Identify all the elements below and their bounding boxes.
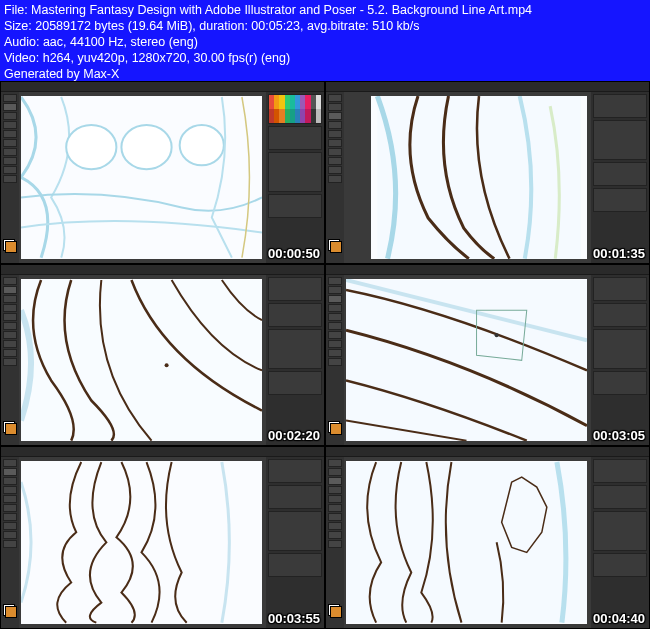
artboard — [346, 279, 587, 442]
menubar — [1, 447, 324, 457]
timestamp: 00:04:40 — [593, 611, 645, 626]
svg-point-0 — [66, 125, 116, 169]
timestamp: 00:00:50 — [268, 246, 320, 261]
menubar — [1, 82, 324, 92]
panels — [591, 457, 649, 628]
thumbnail: 00:03:55 — [0, 446, 325, 629]
fill-stroke-icon — [328, 239, 342, 253]
artboard — [346, 461, 587, 624]
artboard — [21, 461, 262, 624]
app-ui — [1, 82, 324, 263]
panels — [266, 92, 324, 263]
thumbnail: 00:00:50 — [0, 81, 325, 264]
thumbnail: 00:03:05 — [325, 264, 650, 447]
timestamp: 00:02:20 — [268, 428, 320, 443]
app-ui — [326, 82, 649, 263]
timestamp: 00:01:35 — [593, 246, 645, 261]
app-ui — [1, 265, 324, 446]
menubar — [326, 82, 649, 92]
app-ui — [326, 265, 649, 446]
fill-stroke-icon — [328, 421, 342, 435]
tool-panel — [1, 92, 19, 263]
thumbnail: 00:04:40 — [325, 446, 650, 629]
menubar — [326, 265, 649, 275]
tool-panel — [1, 457, 19, 628]
size-line: Size: 20589172 bytes (19.64 MiB), durati… — [4, 18, 646, 34]
tool-panel — [326, 457, 344, 628]
fill-stroke-icon — [3, 604, 17, 618]
tool-panel — [326, 92, 344, 263]
fill-stroke-icon — [3, 421, 17, 435]
artboard — [21, 279, 262, 442]
svg-rect-3 — [377, 96, 580, 259]
app-ui — [326, 447, 649, 628]
info-header: File: Mastering Fantasy Design with Adob… — [0, 0, 650, 81]
panels — [266, 275, 324, 446]
artboard — [371, 96, 587, 259]
panels — [266, 457, 324, 628]
swatches-panel — [268, 94, 322, 124]
timestamp: 00:03:55 — [268, 611, 320, 626]
file-line: File: Mastering Fantasy Design with Adob… — [4, 2, 646, 18]
svg-rect-9 — [346, 462, 587, 623]
video-line: Video: h264, yuv420p, 1280x720, 30.00 fp… — [4, 50, 646, 66]
panels — [591, 275, 649, 446]
thumbnail: 00:01:35 — [325, 81, 650, 264]
tool-panel — [326, 275, 344, 446]
svg-point-7 — [495, 333, 499, 337]
svg-point-2 — [180, 125, 224, 165]
menubar — [326, 447, 649, 457]
thumbnail-grid: 00:00:50 00:01:35 00:02:20 00:03:05 00:0… — [0, 81, 650, 629]
menubar — [1, 265, 324, 275]
svg-point-1 — [121, 125, 171, 169]
fill-stroke-icon — [3, 239, 17, 253]
generated-line: Generated by Max-X — [4, 66, 646, 82]
panels — [591, 92, 649, 263]
audio-line: Audio: aac, 44100 Hz, stereo (eng) — [4, 34, 646, 50]
timestamp: 00:03:05 — [593, 428, 645, 443]
fill-stroke-icon — [328, 604, 342, 618]
thumbnail: 00:02:20 — [0, 264, 325, 447]
app-ui — [1, 447, 324, 628]
artboard — [21, 96, 262, 259]
tool-panel — [1, 275, 19, 446]
svg-point-5 — [165, 363, 169, 367]
